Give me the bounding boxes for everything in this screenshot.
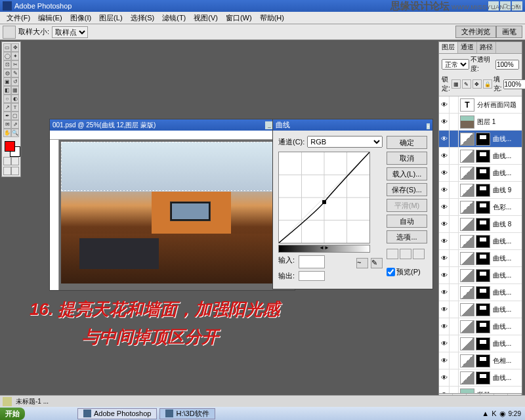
layer-mask-thumbnail[interactable] (476, 320, 490, 333)
fill-input[interactable] (503, 79, 525, 89)
sample-size-select[interactable]: 取样点 (52, 26, 88, 38)
layer-thumbnail[interactable] (460, 218, 474, 231)
menu-filter[interactable]: 滤镜(T) (158, 12, 190, 24)
link-cell[interactable] (450, 199, 459, 215)
layer-name[interactable]: 分析画面问题 (476, 100, 522, 110)
tool-healing[interactable]: ◍ (3, 69, 11, 77)
ql-icon-1[interactable] (28, 408, 38, 419)
task-photoshop[interactable]: Adobe Photoshop (77, 408, 157, 419)
tab-channels[interactable]: 通道 (458, 42, 477, 53)
tool-marquee[interactable]: ▭ (3, 43, 11, 52)
lock-paint-icon[interactable]: ✎ (462, 79, 471, 89)
link-cell[interactable] (450, 335, 459, 352)
layer-thumbnail[interactable] (460, 184, 474, 197)
canvas[interactable] (59, 140, 295, 290)
link-cell[interactable] (450, 284, 459, 301)
ql-icon-2[interactable] (39, 408, 50, 419)
eyedropper-gray-icon[interactable] (400, 249, 411, 259)
tool-pen[interactable]: ✒ (3, 112, 11, 120)
layer-name[interactable]: 曲线... (492, 169, 522, 178)
tab-paths[interactable]: 路径 (477, 42, 496, 53)
layer-item[interactable]: 👁曲线... (439, 233, 522, 250)
visibility-icon[interactable]: 👁 (439, 199, 450, 215)
layer-item[interactable]: 👁曲线... (439, 335, 522, 352)
tool-path[interactable]: ↗ (3, 103, 11, 112)
ruler-vertical[interactable] (50, 140, 59, 290)
layer-mask-thumbnail[interactable] (476, 354, 490, 368)
tool-notes[interactable]: ✉ (3, 120, 11, 129)
layer-thumbnail[interactable] (460, 337, 474, 350)
layer-mask-thumbnail[interactable] (476, 201, 490, 214)
layer-thumbnail[interactable]: T (460, 98, 474, 112)
visibility-icon[interactable]: 👁 (439, 335, 450, 352)
layer-item[interactable]: 👁曲线... (439, 267, 522, 284)
layer-item[interactable]: 👁背景 (439, 387, 522, 393)
link-cell[interactable] (450, 216, 459, 232)
quickmask-mode[interactable] (11, 157, 19, 165)
layer-mask-thumbnail[interactable] (476, 150, 490, 163)
layer-item[interactable]: 👁曲线 8 (439, 216, 522, 233)
visibility-icon[interactable]: 👁 (439, 216, 450, 232)
curve-tool-curve[interactable]: ~ (356, 258, 368, 268)
visibility-icon[interactable]: 👁 (439, 267, 450, 284)
link-cell[interactable] (450, 233, 459, 249)
visibility-icon[interactable]: 👁 (439, 369, 450, 386)
layer-thumbnail[interactable] (460, 150, 474, 163)
lock-transparency-icon[interactable]: ▦ (452, 79, 461, 89)
auto-button[interactable]: 自动 (387, 215, 427, 228)
document-titlebar[interactable]: 001.psd @ 25%(曲线 12,图层 蒙版) _□× (50, 119, 295, 131)
tool-crop[interactable]: ⊡ (3, 60, 11, 69)
link-cell[interactable] (450, 301, 459, 318)
curves-close-button[interactable]: × (427, 123, 430, 129)
link-cell[interactable] (450, 148, 459, 164)
ruler-horizontal[interactable] (50, 131, 295, 140)
link-cell[interactable] (450, 165, 459, 181)
link-cell[interactable] (450, 250, 459, 266)
tray-icon-3[interactable]: ◉ (499, 410, 506, 418)
layer-thumbnail[interactable] (460, 354, 474, 368)
input-value[interactable] (299, 255, 325, 268)
tool-eraser[interactable]: ◧ (3, 86, 11, 94)
tool-type[interactable]: T (11, 103, 19, 112)
preview-checkbox[interactable]: 预览(P) (387, 267, 427, 277)
tab-file-browser[interactable]: 文件浏览 (455, 26, 496, 38)
link-cell[interactable] (450, 267, 459, 284)
link-cell[interactable] (450, 114, 459, 130)
link-cell[interactable] (450, 369, 459, 386)
screen-mode-1[interactable] (3, 167, 11, 175)
layer-name[interactable]: 色彩... (492, 203, 522, 212)
layer-item[interactable]: 👁色相... (439, 352, 522, 369)
link-cell[interactable] (450, 318, 459, 335)
visibility-icon[interactable]: 👁 (439, 318, 450, 335)
tool-hand[interactable]: ✋ (3, 129, 11, 137)
lock-move-icon[interactable]: ✥ (472, 79, 482, 89)
foreground-color[interactable] (5, 141, 15, 152)
visibility-icon[interactable]: 👁 (439, 233, 450, 249)
layer-item[interactable]: 👁曲线... (439, 148, 522, 165)
layer-name[interactable]: 曲线... (492, 254, 522, 263)
tool-shape[interactable]: ▢ (11, 112, 19, 120)
eyedropper-white-icon[interactable] (413, 249, 425, 259)
layer-thumbnail[interactable] (460, 133, 474, 146)
layer-item[interactable]: 👁曲线... (439, 301, 522, 318)
menu-edit[interactable]: 编辑(E) (34, 12, 66, 24)
tool-dodge[interactable]: ◐ (11, 94, 19, 103)
curve-graph[interactable] (278, 152, 370, 243)
layer-name[interactable]: 曲线... (492, 135, 522, 144)
link-cell[interactable] (450, 131, 459, 147)
tool-history[interactable]: ↺ (11, 77, 19, 86)
layer-mask-thumbnail[interactable] (476, 269, 490, 282)
layers-list[interactable]: 👁T分析画面问题👁图层 1👁曲线...👁曲线...👁曲线...👁曲线 9👁色彩.… (439, 96, 522, 393)
ql-icon-3[interactable] (51, 408, 62, 419)
layer-thumbnail[interactable] (460, 388, 474, 394)
doc-tab-label[interactable]: 未标题-1 ... (16, 397, 49, 406)
link-cell[interactable] (450, 387, 459, 393)
layer-mask-thumbnail[interactable] (476, 167, 490, 180)
layer-name[interactable]: 曲线... (492, 339, 522, 348)
menu-image[interactable]: 图像(I) (66, 12, 95, 24)
layer-name[interactable]: 曲线... (492, 152, 522, 161)
visibility-icon[interactable]: 👁 (439, 165, 450, 181)
tool-lasso[interactable]: ◯ (3, 52, 11, 60)
options-button[interactable]: 选项... (387, 230, 427, 243)
layer-thumbnail[interactable] (460, 303, 474, 316)
